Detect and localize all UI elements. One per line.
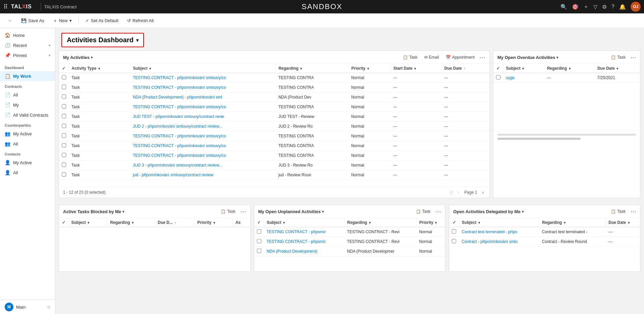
blocked-col-as[interactable]: As xyxy=(232,218,250,227)
overdue-subject[interactable]: uygu xyxy=(503,73,544,83)
open-activities-delegated-title[interactable]: Open Activities Delegated by Me ▾ xyxy=(453,209,523,214)
col-due-date[interactable]: Due Date ↑ xyxy=(441,64,489,73)
activity-subject[interactable]: TESTING CONTRACT - připomínkování smlouv… xyxy=(130,73,276,83)
unplanned-col-check[interactable]: ✓ xyxy=(254,218,264,227)
help-icon[interactable]: ? xyxy=(611,4,614,10)
search-icon[interactable]: 🔍 xyxy=(560,4,567,10)
sidebar-item-contracts-all[interactable]: 📄 All xyxy=(0,90,55,100)
unplanned-col-subject[interactable]: Subject ▾ xyxy=(264,218,344,227)
prev-page-btn[interactable]: ‹ xyxy=(456,189,461,196)
row-checkbox[interactable] xyxy=(257,239,261,243)
apps-menu-icon[interactable]: ⠿ xyxy=(3,3,8,10)
sidebar-item-my-work[interactable]: 📋 My Work xyxy=(0,71,55,81)
active-tasks-blocked-title[interactable]: Active Tasks Blocked by Me ▾ xyxy=(63,209,124,214)
activity-subject[interactable]: TESTING CONTRACT - připomínkování smlouv… xyxy=(130,151,276,161)
new-button[interactable]: ＋ New ▾ xyxy=(50,16,75,25)
blocked-col-check[interactable]: ✓ xyxy=(59,218,68,227)
delegated-subject[interactable]: Contract test terminated - přípo xyxy=(459,227,539,237)
delegated-subject[interactable]: Contract - připomínkování smlo xyxy=(459,237,539,247)
filter-icon[interactable]: ▽ xyxy=(593,4,597,10)
col-priority[interactable]: Priority ▾ xyxy=(348,64,390,73)
row-check[interactable] xyxy=(59,92,69,102)
col-activity-type[interactable]: Activity Type ▾ xyxy=(69,64,130,73)
delegated-col-due[interactable]: Due Date ▾ xyxy=(606,218,640,227)
row-check[interactable] xyxy=(59,141,69,151)
set-as-default-button[interactable]: ✓ Set As Default xyxy=(82,16,122,25)
delegated-col-subject[interactable]: Subject ▾ xyxy=(459,218,539,227)
activity-subject[interactable]: NDA (Product Development) - připomínková… xyxy=(130,92,276,102)
unplanned-more-icon[interactable]: ⋯ xyxy=(435,208,441,215)
row-checkbox[interactable] xyxy=(62,163,66,167)
overdue-more-icon[interactable]: ⋯ xyxy=(630,54,636,61)
unplanned-subject[interactable]: TESTING CONTRACT - připomír xyxy=(264,227,344,237)
overdue-col-regarding[interactable]: Regarding ▾ xyxy=(544,64,594,73)
delegated-col-regarding[interactable]: Regarding ▾ xyxy=(539,218,606,227)
row-check[interactable] xyxy=(59,102,69,112)
row-checkbox[interactable] xyxy=(62,114,66,118)
back-button[interactable]: ← xyxy=(5,16,16,25)
activity-subject[interactable]: jud - připomínkování smlouvy/contract re… xyxy=(130,170,276,180)
sidebar-item-contacts-all[interactable]: 👤 All xyxy=(0,168,55,178)
row-check[interactable] xyxy=(59,112,69,122)
sidebar-item-counterparties-all[interactable]: 👥 All xyxy=(0,139,55,149)
blocked-col-priority[interactable]: Priority ▾ xyxy=(195,218,233,227)
row-checkbox[interactable] xyxy=(62,172,66,177)
unplanned-col-regarding[interactable]: Regarding ▾ xyxy=(344,218,417,227)
unplanned-task-btn[interactable]: 📋 Task xyxy=(414,208,433,215)
delegated-more-icon[interactable]: ⋯ xyxy=(630,208,636,215)
row-check[interactable] xyxy=(493,73,503,83)
activity-subject[interactable]: TESTING CONTRACT - připomínkování smlouv… xyxy=(130,83,276,92)
row-checkbox[interactable] xyxy=(62,153,66,157)
sidebar-item-contracts-valid[interactable]: 📄 All Valid Contracts xyxy=(0,110,55,120)
unplanned-col-priority[interactable]: Priority ▾ xyxy=(416,218,445,227)
sidebar-item-pinned[interactable]: 📌 Pinned ▾ xyxy=(0,50,55,60)
row-check[interactable] xyxy=(449,237,459,247)
row-checkbox[interactable] xyxy=(496,75,500,79)
activity-subject[interactable]: JUD 3 - připomínkování smlouvy/contract … xyxy=(130,161,276,170)
overdue-task-btn[interactable]: 📋 Task xyxy=(609,54,628,61)
row-checkbox[interactable] xyxy=(62,124,66,128)
delegated-task-btn[interactable]: 📋 Task xyxy=(609,208,628,215)
row-check[interactable] xyxy=(254,227,264,237)
save-as-button[interactable]: 💾 Save As xyxy=(18,16,48,25)
my-activities-appointment-btn[interactable]: 📅 Appointment xyxy=(444,54,477,61)
col-subject[interactable]: Subject ▾ xyxy=(130,64,276,73)
gear-icon[interactable]: ⚙ xyxy=(602,4,607,10)
overdue-col-check[interactable]: ✓ xyxy=(493,64,503,73)
dashboard-title-button[interactable]: Activities Dashboard ▾ xyxy=(61,33,144,47)
row-check[interactable] xyxy=(59,151,69,161)
refresh-all-button[interactable]: ↺ Refresh All xyxy=(124,16,157,25)
first-page-btn[interactable]: ⟨⟨ xyxy=(448,189,455,196)
overdue-col-due[interactable]: Due Date ▾ xyxy=(594,64,640,73)
row-check[interactable] xyxy=(59,83,69,92)
activity-subject[interactable]: TESTING CONTRACT - připomínkování smlouv… xyxy=(130,102,276,112)
overdue-col-subject[interactable]: Subject ▾ xyxy=(503,64,544,73)
row-checkbox[interactable] xyxy=(62,133,66,138)
sidebar-item-contracts-my[interactable]: 📄 My xyxy=(0,100,55,110)
row-check[interactable] xyxy=(59,170,69,180)
next-page-btn[interactable]: › xyxy=(480,189,485,196)
blocked-col-subject[interactable]: Subject ▾ xyxy=(68,218,107,227)
target-icon[interactable]: 🎯 xyxy=(572,4,579,10)
row-checkbox[interactable] xyxy=(452,239,456,243)
my-activities-title[interactable]: My Activities ▾ xyxy=(63,55,93,60)
blocked-task-btn[interactable]: 📋 Task xyxy=(219,208,237,215)
sidebar-item-home[interactable]: 🏠 Home xyxy=(0,30,55,40)
my-open-overdue-title[interactable]: My Open Overdue Activities ▾ xyxy=(497,55,558,60)
unplanned-subject[interactable]: NDA (Product Development) xyxy=(264,247,344,256)
row-check[interactable] xyxy=(59,122,69,131)
row-check[interactable] xyxy=(254,237,264,247)
my-activities-more-icon[interactable]: ⋯ xyxy=(479,54,485,61)
blocked-col-regarding[interactable]: Regarding ▾ xyxy=(107,218,155,227)
activity-subject[interactable]: TESTING CONTRACT - připomínkování smlouv… xyxy=(130,131,276,141)
row-checkbox[interactable] xyxy=(257,249,261,253)
row-checkbox[interactable] xyxy=(452,229,456,234)
sidebar-item-contacts-active[interactable]: 👤 My Active xyxy=(0,158,55,168)
my-open-unplanned-title[interactable]: My Open Unplanned Activities ▾ xyxy=(258,209,324,214)
activity-subject[interactable]: JUD TEST - připomínkování smlouvy/contra… xyxy=(130,112,276,122)
sidebar-item-recent[interactable]: 🕐 Recent ▾ xyxy=(0,40,55,50)
add-icon[interactable]: ＋ xyxy=(583,3,589,10)
unplanned-subject[interactable]: TESTING CONTRACT - připomír xyxy=(264,237,344,247)
blocked-more-icon[interactable]: ⋯ xyxy=(240,208,246,215)
bell-icon[interactable]: 🔔 xyxy=(619,4,626,10)
